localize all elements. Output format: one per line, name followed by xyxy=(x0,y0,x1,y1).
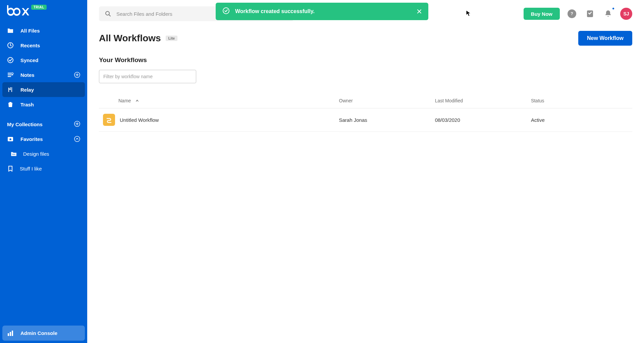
notification-dot-icon xyxy=(612,7,614,10)
favorite-item-label: Design files xyxy=(23,151,49,157)
main-content: Buy Now ? SJ All Workflows Lite New Work… xyxy=(87,0,644,343)
success-toast: Workflow created successfully. xyxy=(216,3,428,20)
sidebar-item-label: All Files xyxy=(20,28,80,34)
bar-chart-icon xyxy=(7,330,14,337)
column-modified[interactable]: Last Modified xyxy=(435,93,531,108)
sidebar-item-label: Recents xyxy=(20,43,80,48)
check-circle-icon xyxy=(222,7,230,16)
svg-rect-0 xyxy=(7,5,8,12)
section-title: Your Workflows xyxy=(99,56,632,64)
column-owner[interactable]: Owner xyxy=(339,93,435,108)
search-icon xyxy=(105,11,111,17)
svg-point-8 xyxy=(13,154,14,155)
add-note-icon[interactable] xyxy=(74,72,80,78)
sidebar: TRIAL All Files Recents Synced Notes Rel… xyxy=(0,0,87,343)
collapse-favorites-icon[interactable] xyxy=(74,136,80,142)
sidebar-item-favorites[interactable]: Favorites xyxy=(2,132,85,146)
sidebar-item-label: Synced xyxy=(20,57,80,63)
folder-icon xyxy=(7,27,14,34)
check-circle-icon xyxy=(7,57,14,63)
page-title-wrap: All Workflows Lite xyxy=(99,33,177,44)
relay-icon xyxy=(7,86,14,93)
favorite-item-design-files[interactable]: Design files xyxy=(2,146,85,161)
buy-now-button[interactable]: Buy Now xyxy=(524,8,560,20)
svg-point-2 xyxy=(8,57,13,63)
filter-input[interactable] xyxy=(99,70,196,83)
box-logo[interactable] xyxy=(7,4,30,17)
trial-badge: TRIAL xyxy=(31,5,47,10)
star-folder-icon xyxy=(7,136,14,142)
workflow-icon xyxy=(103,114,115,126)
lite-badge: Lite xyxy=(166,36,178,41)
column-name[interactable]: Name xyxy=(99,93,339,108)
toast-message: Workflow created successfully. xyxy=(235,8,412,14)
sidebar-item-synced[interactable]: Synced xyxy=(2,53,85,67)
sidebar-item-recents[interactable]: Recents xyxy=(2,38,85,53)
tasks-icon[interactable] xyxy=(584,8,596,20)
workflow-modified: 08/03/2020 xyxy=(435,108,531,132)
svg-point-9 xyxy=(14,154,15,155)
sidebar-item-trash[interactable]: Trash xyxy=(2,97,85,112)
sidebar-item-label: Notes xyxy=(20,72,74,78)
svg-point-6 xyxy=(74,136,80,142)
admin-console-label: Admin Console xyxy=(20,330,57,336)
user-avatar[interactable]: SJ xyxy=(620,8,632,20)
sort-ascending-icon xyxy=(136,98,139,103)
sidebar-item-relay[interactable]: Relay xyxy=(2,82,85,97)
section-header-label: My Collections xyxy=(7,121,43,127)
close-icon[interactable] xyxy=(417,9,422,14)
sidebar-item-notes[interactable]: Notes xyxy=(2,67,85,82)
favorite-item-label: Stuff I like xyxy=(20,166,42,172)
svg-text:?: ? xyxy=(571,11,573,16)
page-title: All Workflows xyxy=(99,33,161,44)
sidebar-item-label: Trash xyxy=(20,102,80,107)
trash-icon xyxy=(7,101,14,108)
favorite-item-stuff-i-like[interactable]: Stuff I like xyxy=(2,161,85,176)
new-workflow-button[interactable]: New Workflow xyxy=(578,31,632,46)
help-icon[interactable]: ? xyxy=(568,9,576,18)
notes-icon xyxy=(7,71,14,78)
search-input[interactable] xyxy=(116,11,187,17)
workflow-status: Active xyxy=(531,108,632,132)
workflows-table: Name Owner Last Modified Status Untitled… xyxy=(99,93,632,132)
table-header-row: Name Owner Last Modified Status xyxy=(99,93,632,108)
clock-icon xyxy=(7,42,14,49)
column-status[interactable]: Status xyxy=(531,93,632,108)
admin-console-button[interactable]: Admin Console xyxy=(2,326,85,341)
folder-icon xyxy=(10,150,17,157)
svg-rect-12 xyxy=(12,331,13,336)
add-collection-icon[interactable] xyxy=(74,121,80,128)
svg-point-7 xyxy=(12,154,13,155)
sidebar-item-label: Favorites xyxy=(20,136,74,142)
svg-rect-11 xyxy=(10,332,11,336)
notifications-icon[interactable] xyxy=(602,8,614,20)
svg-rect-10 xyxy=(8,333,9,336)
logo-wrap: TRIAL xyxy=(2,4,85,23)
table-row[interactable]: Untitled Workflow Sarah Jonas 08/03/2020… xyxy=(99,108,632,132)
page-header: All Workflows Lite New Workflow xyxy=(99,31,632,46)
workflow-owner: Sarah Jonas xyxy=(339,108,435,132)
sidebar-item-all-files[interactable]: All Files xyxy=(2,23,85,38)
svg-point-16 xyxy=(223,8,229,14)
my-collections-header[interactable]: My Collections xyxy=(2,117,85,132)
workflow-name: Untitled Workflow xyxy=(120,117,159,123)
sidebar-item-label: Relay xyxy=(20,87,80,93)
bookmark-icon xyxy=(7,165,14,172)
